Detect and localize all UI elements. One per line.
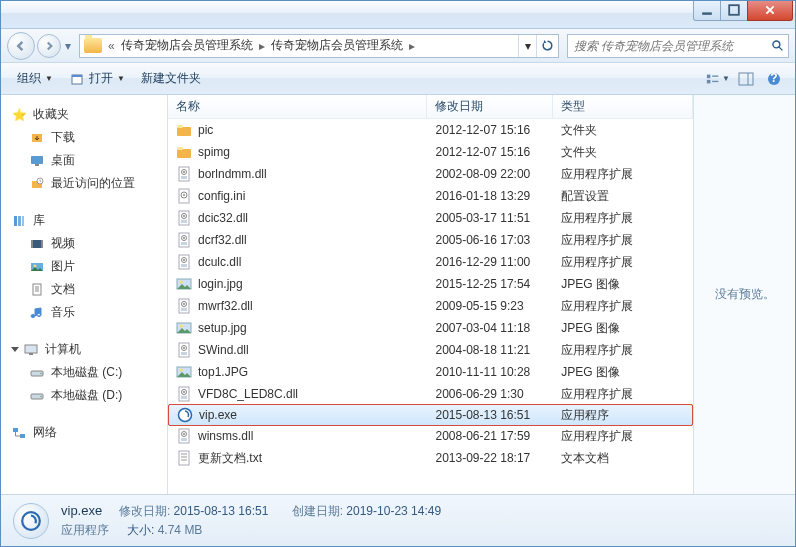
svg-point-49 — [183, 194, 185, 196]
file-row[interactable]: 更新文档.txt2013-09-22 18:17文本文档 — [168, 447, 693, 469]
svg-rect-42 — [177, 147, 183, 150]
help-button[interactable]: ? — [761, 68, 787, 90]
file-type-cell: 应用程序扩展 — [553, 342, 693, 359]
sidebar-item-downloads[interactable]: 下载 — [5, 126, 163, 149]
file-row[interactable]: top1.JPG2010-11-11 10:28JPEG 图像 — [168, 361, 693, 383]
file-row[interactable]: VFD8C_LED8C.dll2006-06-29 1:30应用程序扩展 — [168, 383, 693, 405]
column-name[interactable]: 名称 — [168, 95, 427, 118]
file-row[interactable]: pic2012-12-07 15:16文件夹 — [168, 119, 693, 141]
navigation-pane[interactable]: ⭐收藏夹 下载 桌面 最近访问的位置 库 视频 图片 文档 音乐 计算机 本地磁… — [1, 95, 168, 494]
file-row[interactable]: login.jpg2015-12-25 17:54JPEG 图像 — [168, 273, 693, 295]
breadcrumb-overflow[interactable]: « — [106, 39, 117, 53]
file-name-cell: dculc.dll — [168, 254, 427, 270]
file-list[interactable]: 名称 修改日期 类型 pic2012-12-07 15:16文件夹spimg20… — [168, 95, 693, 494]
file-row[interactable]: vip.exe2015-08-13 16:51应用程序 — [168, 404, 693, 426]
chevron-right-icon[interactable]: ▸ — [257, 39, 267, 53]
svg-point-63 — [180, 281, 183, 284]
svg-rect-31 — [25, 345, 37, 353]
new-folder-button[interactable]: 新建文件夹 — [133, 66, 209, 91]
maximize-button[interactable] — [720, 1, 748, 21]
organize-button[interactable]: 组织▼ — [9, 66, 61, 91]
file-row[interactable]: dcic32.dll2005-03-17 11:51应用程序扩展 — [168, 207, 693, 229]
sidebar-item-music[interactable]: 音乐 — [5, 301, 163, 324]
details-icon — [13, 503, 49, 539]
search-icon[interactable] — [766, 39, 788, 52]
sidebar-item-desktop[interactable]: 桌面 — [5, 149, 163, 172]
column-date[interactable]: 修改日期 — [427, 95, 553, 118]
svg-point-75 — [180, 369, 183, 372]
svg-rect-1 — [729, 5, 739, 15]
sidebar-item-videos[interactable]: 视频 — [5, 232, 163, 255]
libraries-header[interactable]: 库 — [5, 209, 163, 232]
file-row[interactable]: dculc.dll2016-12-29 11:00应用程序扩展 — [168, 251, 693, 273]
open-button[interactable]: 打开▼ — [61, 66, 133, 91]
svg-rect-67 — [181, 308, 187, 311]
view-options-button[interactable]: ▼ — [705, 68, 731, 90]
preview-pane-button[interactable] — [733, 68, 759, 90]
file-name-cell: 更新文档.txt — [168, 450, 427, 467]
folder-icon — [176, 144, 192, 160]
file-date-cell: 2007-03-04 11:18 — [427, 321, 553, 335]
address-dropdown[interactable]: ▾ — [518, 35, 536, 57]
file-date-cell: 2009-05-15 9:23 — [427, 299, 553, 313]
file-date-cell: 2004-08-18 11:21 — [427, 343, 553, 357]
svg-rect-37 — [13, 428, 18, 432]
sidebar-item-drive-c[interactable]: 本地磁盘 (C:) — [5, 361, 163, 384]
folder-icon — [84, 38, 102, 53]
close-button[interactable] — [747, 1, 793, 21]
address-bar[interactable]: « 传奇宠物店会员管理系统 ▸ 传奇宠物店会员管理系统 ▸ ▾ — [79, 34, 559, 58]
file-row[interactable]: borlndmm.dll2002-08-09 22:00应用程序扩展 — [168, 163, 693, 185]
breadcrumb-item[interactable]: 传奇宠物店会员管理系统 — [267, 37, 407, 54]
sidebar-item-pictures[interactable]: 图片 — [5, 255, 163, 278]
column-type[interactable]: 类型 — [553, 95, 693, 118]
file-name-cell: vip.exe — [169, 407, 427, 423]
pictures-icon — [29, 259, 45, 275]
svg-rect-8 — [712, 75, 718, 76]
network-header[interactable]: 网络 — [5, 421, 163, 444]
file-name-cell: pic — [168, 122, 427, 138]
computer-header[interactable]: 计算机 — [5, 338, 163, 361]
svg-rect-53 — [181, 220, 187, 223]
breadcrumb-item[interactable]: 传奇宠物店会员管理系统 — [117, 37, 257, 54]
svg-point-60 — [183, 259, 185, 261]
chevron-right-icon[interactable]: ▸ — [407, 39, 417, 53]
file-row[interactable]: config.ini2016-01-18 13:29配置设置 — [168, 185, 693, 207]
file-row[interactable]: spimg2012-12-07 15:16文件夹 — [168, 141, 693, 163]
file-row[interactable]: mwrf32.dll2009-05-15 9:23应用程序扩展 — [168, 295, 693, 317]
forward-button[interactable] — [37, 34, 61, 58]
svg-point-2 — [772, 41, 779, 48]
svg-rect-7 — [707, 79, 711, 83]
file-row[interactable]: setup.jpg2007-03-04 11:18JPEG 图像 — [168, 317, 693, 339]
exe-icon — [177, 407, 193, 423]
favorites-header[interactable]: ⭐收藏夹 — [5, 103, 163, 126]
dll-icon — [176, 342, 192, 358]
refresh-button[interactable] — [536, 35, 558, 57]
file-date-cell: 2002-08-09 22:00 — [427, 167, 553, 181]
dll-icon — [176, 298, 192, 314]
sidebar-item-drive-d[interactable]: 本地磁盘 (D:) — [5, 384, 163, 407]
sidebar-item-recent[interactable]: 最近访问的位置 — [5, 172, 163, 195]
svg-rect-15 — [31, 156, 43, 164]
video-icon — [29, 236, 45, 252]
dll-icon — [176, 428, 192, 444]
minimize-button[interactable] — [693, 1, 721, 21]
file-name-cell: borlndmm.dll — [168, 166, 427, 182]
history-dropdown[interactable]: ▾ — [61, 39, 75, 53]
details-text: vip.exe 修改日期: 2015-08-13 16:51 创建日期: 201… — [61, 503, 441, 539]
svg-rect-20 — [18, 216, 21, 226]
file-row[interactable]: dcrf32.dll2005-06-16 17:03应用程序扩展 — [168, 229, 693, 251]
file-row[interactable]: SWind.dll2004-08-18 11:21应用程序扩展 — [168, 339, 693, 361]
sidebar-item-documents[interactable]: 文档 — [5, 278, 163, 301]
dll-icon — [176, 386, 192, 402]
title-bar[interactable] — [1, 1, 795, 29]
file-date-cell: 2005-06-16 17:03 — [427, 233, 553, 247]
svg-rect-16 — [35, 164, 39, 166]
file-name-cell: spimg — [168, 144, 427, 160]
search-input[interactable] — [568, 39, 766, 53]
svg-rect-6 — [707, 74, 711, 78]
file-row[interactable]: winsms.dll2008-06-21 17:59应用程序扩展 — [168, 425, 693, 447]
star-icon: ⭐ — [11, 107, 27, 123]
search-box[interactable] — [567, 34, 789, 58]
explorer-window: ▾ « 传奇宠物店会员管理系统 ▸ 传奇宠物店会员管理系统 ▸ ▾ 组织▼ 打开… — [0, 0, 796, 547]
back-button[interactable] — [7, 32, 35, 60]
